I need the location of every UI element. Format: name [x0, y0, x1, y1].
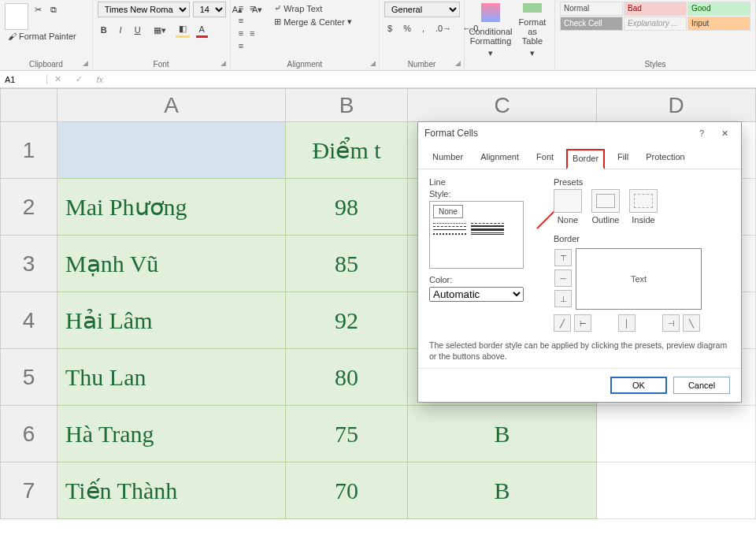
- number-format-select[interactable]: General: [384, 2, 460, 17]
- cell-c7[interactable]: B: [408, 463, 597, 519]
- cell-b3[interactable]: 85: [286, 236, 408, 292]
- preset-inside[interactable]: Inside: [629, 189, 658, 225]
- cancel-button[interactable]: Cancel: [673, 377, 730, 394]
- increase-decimal-icon[interactable]: .0→: [432, 22, 454, 35]
- style-explanatory[interactable]: Explanatory ...: [624, 17, 687, 31]
- merge-center-button[interactable]: ⊞ Merge & Center ▾: [271, 15, 355, 28]
- cell-c6[interactable]: B: [408, 406, 597, 463]
- cell-a2[interactable]: Mai Phương: [57, 179, 286, 236]
- comma-icon[interactable]: ,: [419, 22, 428, 35]
- format-as-table-button[interactable]: Format as Table▾: [515, 2, 550, 59]
- conditional-formatting-button[interactable]: Conditional Formatting▾: [469, 2, 512, 59]
- cell-b6[interactable]: 75: [286, 406, 408, 463]
- fx-icon[interactable]: fx: [97, 75, 104, 84]
- cell-a4[interactable]: Hải Lâm: [57, 292, 286, 349]
- style-input[interactable]: Input: [687, 17, 750, 31]
- preset-none[interactable]: None: [554, 189, 582, 225]
- style-normal[interactable]: Normal: [560, 2, 623, 16]
- tab-border[interactable]: Border: [566, 149, 605, 169]
- ok-button[interactable]: OK: [610, 377, 667, 394]
- line-style-list[interactable]: None: [429, 201, 524, 269]
- border-button-icon[interactable]: ▦▾: [150, 22, 169, 38]
- dialog-launcher-icon[interactable]: ◢: [453, 59, 462, 69]
- cancel-formula-icon[interactable]: ✕: [54, 74, 61, 84]
- col-header-a[interactable]: A: [57, 89, 286, 122]
- row-header-1[interactable]: 1: [1, 122, 57, 179]
- tab-protection[interactable]: Protection: [641, 149, 690, 169]
- row-header-2[interactable]: 2: [1, 179, 57, 236]
- cell-a1[interactable]: [57, 122, 286, 179]
- style-check-cell[interactable]: Check Cell: [560, 17, 623, 31]
- row-header-3[interactable]: 3: [1, 236, 57, 292]
- cell-b2[interactable]: 98: [286, 179, 408, 236]
- row-header-4[interactable]: 4: [1, 292, 57, 349]
- col-header-d[interactable]: D: [597, 89, 756, 122]
- cell-b4[interactable]: 92: [286, 292, 408, 349]
- border-middle-h-button[interactable]: ─: [554, 269, 572, 287]
- cell-b5[interactable]: 80: [286, 349, 408, 406]
- cell-a3[interactable]: Mạnh Vũ: [57, 236, 286, 292]
- tab-number[interactable]: Number: [428, 149, 468, 169]
- select-all-corner[interactable]: [1, 89, 57, 122]
- paste-icon[interactable]: [5, 3, 28, 30]
- cell-d6[interactable]: [597, 406, 756, 463]
- fill-color-icon[interactable]: ◧: [176, 22, 190, 38]
- close-icon[interactable]: ✕: [714, 128, 735, 139]
- border-top-button[interactable]: ⊤: [554, 249, 572, 266]
- cell-d7[interactable]: [597, 463, 756, 519]
- align-left-icon[interactable]: ≡: [235, 27, 246, 39]
- dialog-launcher-icon[interactable]: ◢: [368, 59, 377, 69]
- col-header-c[interactable]: C: [408, 89, 597, 122]
- cell-a7[interactable]: Tiến Thành: [57, 463, 286, 519]
- copy-button[interactable]: ⧉: [47, 3, 60, 17]
- italic-button[interactable]: I: [117, 22, 125, 38]
- row-header-5[interactable]: 5: [1, 349, 57, 406]
- align-center-icon[interactable]: ≡: [246, 27, 258, 39]
- align-middle-icon[interactable]: ≡: [246, 2, 258, 14]
- align-bottom-icon[interactable]: ≡: [235, 14, 246, 27]
- cell-style-gallery[interactable]: Normal Bad Good Check Cell Explanatory .…: [560, 2, 750, 31]
- row-header-7[interactable]: 7: [1, 463, 57, 519]
- border-bottom-button[interactable]: ⊥: [554, 290, 572, 307]
- cell-b7[interactable]: 70: [286, 463, 408, 519]
- font-name-select[interactable]: Times New Roma: [98, 2, 190, 17]
- border-preview[interactable]: ⊤ ─ ⊥ Text: [576, 248, 702, 310]
- preview-text: Text: [631, 274, 647, 284]
- name-box-input[interactable]: [5, 75, 43, 84]
- line-style-none[interactable]: None: [433, 205, 463, 218]
- format-painter-button[interactable]: 🖌 Format Painter: [5, 30, 80, 43]
- cell-a5[interactable]: Thu Lan: [57, 349, 286, 406]
- percent-icon[interactable]: %: [400, 22, 414, 35]
- help-icon[interactable]: ?: [691, 128, 712, 138]
- style-good[interactable]: Good: [687, 2, 750, 16]
- border-diag-down-button[interactable]: ╲: [683, 314, 700, 332]
- tab-alignment[interactable]: Alignment: [476, 149, 524, 169]
- currency-icon[interactable]: $: [384, 22, 395, 35]
- enter-formula-icon[interactable]: ✓: [76, 74, 83, 84]
- font-color-icon[interactable]: A: [196, 22, 208, 38]
- underline-button[interactable]: U: [132, 22, 144, 38]
- align-right-icon[interactable]: ≡: [235, 39, 246, 52]
- preset-outline[interactable]: Outline: [591, 189, 620, 225]
- dialog-titlebar[interactable]: Format Cells ? ✕: [418, 122, 741, 144]
- align-top-icon[interactable]: ≡: [235, 2, 246, 14]
- cell-b1[interactable]: Điểm t: [286, 122, 408, 179]
- border-right-button[interactable]: ⊣: [662, 314, 680, 332]
- border-color-select[interactable]: Automatic: [429, 287, 524, 302]
- tab-fill[interactable]: Fill: [613, 149, 633, 169]
- tab-font[interactable]: Font: [532, 149, 558, 169]
- font-size-select[interactable]: 14: [193, 2, 226, 17]
- border-diag-up-button[interactable]: ╱: [554, 314, 571, 332]
- border-left-button[interactable]: ⊢: [574, 314, 591, 332]
- wrap-text-button[interactable]: ⤶ Wrap Text: [271, 2, 325, 15]
- name-box[interactable]: [0, 75, 47, 84]
- style-bad[interactable]: Bad: [624, 2, 687, 16]
- dialog-launcher-icon[interactable]: ◢: [81, 59, 91, 69]
- dialog-launcher-icon[interactable]: ◢: [219, 59, 228, 69]
- cell-a6[interactable]: Hà Trang: [57, 406, 286, 463]
- cut-button[interactable]: ✂: [32, 3, 45, 17]
- row-header-6[interactable]: 6: [1, 406, 57, 463]
- border-middle-v-button[interactable]: │: [618, 314, 636, 332]
- bold-button[interactable]: B: [98, 22, 110, 38]
- col-header-b[interactable]: B: [286, 89, 408, 122]
